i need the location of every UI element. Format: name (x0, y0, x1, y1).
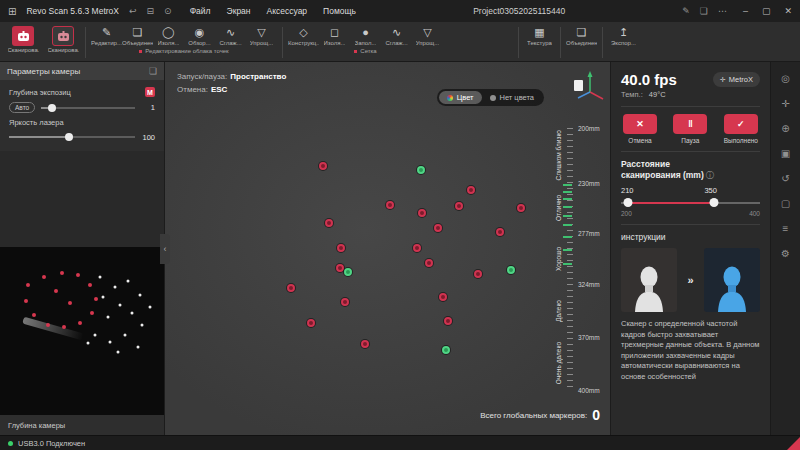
cancel-scan-button[interactable]: ✕ (623, 114, 657, 134)
pointcloud-edit-group: ✎Редактир... ❏Объединен... ◯Изоля... ◉Об… (91, 24, 277, 61)
collapse-sidebar-handle[interactable]: ‹ (160, 234, 170, 264)
range-handle-min[interactable] (623, 198, 632, 207)
instructions-section: инструкции » (621, 232, 760, 382)
preview-white-dot (124, 334, 127, 337)
simplify-mesh-button[interactable]: ▽Упрощ... (412, 24, 443, 46)
cancel-scan-action[interactable]: ✕ Отмена (623, 114, 657, 144)
edit-button[interactable]: ✎Редактир... (91, 24, 122, 46)
range-handle-max[interactable] (710, 198, 719, 207)
minimize-button[interactable]: – (743, 6, 748, 16)
depth-preview-dots (0, 247, 164, 415)
done-scan-button[interactable]: ✓ (724, 114, 758, 134)
zone-label: Хорошо (555, 247, 562, 271)
menu-screen[interactable]: Экран (227, 6, 251, 16)
capture-icon[interactable]: ⊙ (164, 6, 172, 16)
axis-min-label: 200 (621, 210, 632, 217)
view-cube-icon[interactable]: ▣ (778, 145, 794, 161)
select-tool-icon[interactable]: ◎ (778, 70, 794, 86)
done-scan-action[interactable]: ✓ Выполнено (724, 114, 758, 144)
distance-range-slider[interactable] (621, 197, 760, 209)
info-icon[interactable]: ⓘ (706, 171, 714, 180)
detach-panel-icon[interactable]: ❏ (149, 66, 157, 76)
display-icon[interactable]: ⊟ (147, 6, 155, 16)
tick-label: 370mm (578, 334, 600, 341)
scan-tab-active[interactable]: Сканирова... (6, 26, 40, 53)
edit-project-icon[interactable]: ✎ (682, 6, 690, 16)
zone-good: Хорошо (553, 233, 564, 284)
preview-white-dot (102, 296, 105, 299)
slider-handle[interactable] (65, 133, 73, 141)
isolate-button[interactable]: ◯Изоля... (153, 24, 184, 46)
marker-red-dot (467, 186, 475, 194)
distance-scale: Слишком близко Отлично Хорошо Далеко Оче… (553, 128, 604, 390)
simplify-icon: ▽ (257, 26, 265, 39)
mesh-group: ◇Конструкц... ◻Изоля... ●Запол... ∿Сглаж… (288, 24, 443, 61)
auto-exposure-button[interactable]: Авто (9, 102, 35, 113)
menu-help[interactable]: Помощь (323, 6, 356, 16)
maximize-button[interactable]: ▢ (762, 6, 771, 16)
preview-red-dot (62, 325, 66, 329)
camera-parameters-panel: Параметры камеры ❏ Глубина экспозиц M Ав… (0, 62, 165, 435)
merge-button[interactable]: ❏Объединен... (122, 24, 153, 46)
zone-label: Далеко (555, 300, 562, 322)
marker-red-dot (287, 284, 295, 292)
pause-scan-action[interactable]: ‖ Пауза (673, 114, 707, 144)
export-button[interactable]: ↥Экспор... (608, 24, 639, 61)
resize-grip[interactable] (787, 437, 800, 450)
view-tool-strip: ◎ ✛ ⊕ ▣ ↺ ▢ ≡ ⚙ (770, 62, 800, 435)
construct-button[interactable]: ◇Конструкц... (288, 24, 319, 46)
smooth-icon: ∿ (226, 26, 235, 39)
overview-button[interactable]: ◉Обзор... (184, 24, 215, 46)
range-min-value: 210 (621, 186, 634, 195)
preview-red-dot (32, 313, 36, 317)
marker-red-dot (413, 244, 421, 252)
pointcloud-group-label: Редактирование облака точек (91, 46, 277, 56)
marker-red-dot (418, 209, 426, 217)
metrox-button[interactable]: ✛ MetroX (713, 72, 760, 87)
list-view-icon[interactable]: ≡ (778, 220, 794, 236)
camera-depth-label: Глубина камеры (0, 415, 164, 435)
merge-projects-button[interactable]: ❏Объединен... (566, 24, 597, 61)
undo-icon[interactable]: ↩ (129, 6, 137, 16)
scan-tab-inactive[interactable]: Сканирова... (46, 26, 80, 53)
pause-label: Пауза (681, 137, 699, 144)
manual-mode-badge[interactable]: M (145, 87, 155, 97)
menu-file[interactable]: Файл (190, 6, 211, 16)
pause-scan-button[interactable]: ‖ (673, 114, 707, 134)
marker-red-dot (455, 202, 463, 210)
settings-icon[interactable]: ⚙ (778, 245, 794, 261)
fill-button[interactable]: ●Запол... (350, 24, 381, 46)
preview-red-dot (42, 275, 46, 279)
simplify-button[interactable]: ▽Упрощ... (246, 24, 277, 46)
more-icon[interactable]: ⋯ (718, 6, 727, 16)
done-icon: ✓ (737, 119, 745, 129)
zoom-tool-icon[interactable]: ⊕ (778, 120, 794, 136)
markers-total-label: Всего глобальных маркеров: (480, 411, 587, 420)
pan-tool-icon[interactable]: ✛ (778, 95, 794, 111)
main-content: Параметры камеры ❏ Глубина экспозиц M Ав… (0, 62, 800, 435)
marker-red-dot (517, 204, 525, 212)
zone-label: Очень далеко (555, 342, 562, 384)
marker-red-dot (341, 298, 349, 306)
scan-tab-label: Сканирова... (8, 47, 39, 53)
preview-white-dot (131, 312, 134, 315)
rotate-view-icon[interactable]: ↺ (778, 170, 794, 186)
menu-accessory[interactable]: Аксессуар (267, 6, 308, 16)
layout-icon[interactable]: ❏ (700, 6, 708, 16)
tick-label: 230mm (578, 180, 600, 187)
preview-red-dot (60, 271, 64, 275)
preview-white-dot (87, 342, 90, 345)
depth-exposure-slider[interactable] (41, 103, 135, 113)
smooth-button[interactable]: ∿Сглаж... (215, 24, 246, 46)
slider-handle[interactable] (48, 104, 56, 112)
isolate-mesh-button[interactable]: ◻Изоля... (319, 24, 350, 46)
scan-viewport[interactable]: Запуск/пауза:Пространство Отмена:ESC Цве… (165, 62, 610, 435)
preview-white-dot (139, 294, 142, 297)
edit-icon: ✎ (102, 26, 111, 39)
smooth-mesh-button[interactable]: ∿Сглаж... (381, 24, 412, 46)
distance-title: Расстояние сканирования (mm) (621, 159, 704, 180)
fit-view-icon[interactable]: ▢ (778, 195, 794, 211)
texture-button[interactable]: ▦Текстура (524, 24, 555, 61)
close-button[interactable]: ✕ (784, 6, 792, 16)
laser-brightness-slider[interactable] (9, 132, 135, 142)
